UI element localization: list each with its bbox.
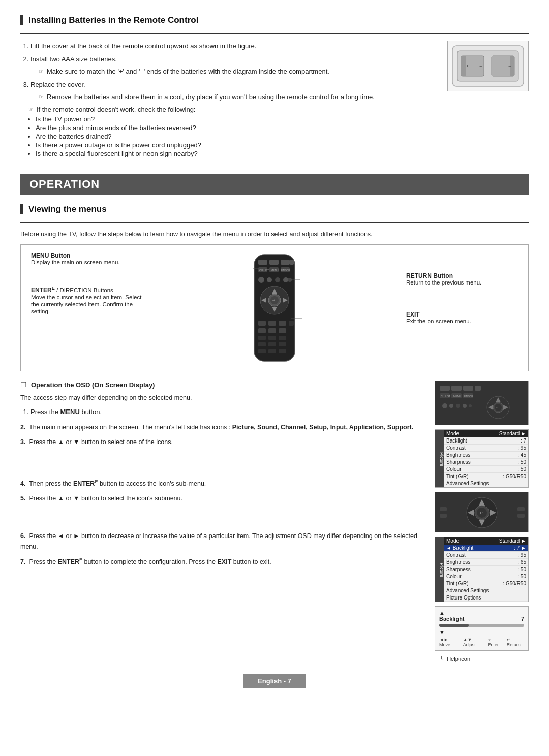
svg-text:+: + xyxy=(466,64,469,69)
svg-text:FAV.CH: FAV.CH xyxy=(464,395,473,398)
section-bar-2 xyxy=(20,204,23,214)
svg-text:↵: ↵ xyxy=(496,406,499,410)
svg-point-66 xyxy=(456,404,460,408)
osd-step-5: 5. Press the ▲ or ▼ button to select the… xyxy=(20,493,424,504)
menu-item-tint: Tint (G/R): G50/R50 xyxy=(444,473,528,480)
menu-item-advanced-2: Advanced Settings xyxy=(444,587,528,594)
check-item-1: Is the TV power on? xyxy=(36,115,437,123)
intro-text: Before using the TV, follow the steps be… xyxy=(20,230,529,239)
menu-col-content: Mode Standard ► Backlight: 7 Contrast: 9… xyxy=(444,430,528,487)
if-not-work-note: ☞ If the remote control doesn't work, ch… xyxy=(20,106,437,113)
osd-header: ☐ Operation the OSD (On Screen Display) xyxy=(20,381,424,389)
osd-step-2: 2. The main menu appears on the screen. … xyxy=(20,422,424,433)
osd-header-text: Operation the OSD (On Screen Display) xyxy=(31,381,155,389)
operation-header: OPERATION xyxy=(20,174,529,195)
svg-rect-88 xyxy=(517,514,525,518)
batteries-text: Lift the cover at the back of the remote… xyxy=(20,41,437,160)
osd-access-note: The access step may differ depending on … xyxy=(20,393,424,403)
step-1: Lift the cover at the back of the remote… xyxy=(30,41,437,52)
svg-point-21 xyxy=(258,277,264,283)
svg-rect-42 xyxy=(268,336,276,340)
check-item-5: Is there a special fluorescent light or … xyxy=(36,150,437,158)
remote-top-svg: CH LIST MENU FAV.CH xyxy=(437,383,527,421)
battery-svg: + − + − xyxy=(450,43,526,89)
slider-mock: ▲ Backlight 7 ▼ ◄► Move ▲▼ Adjust ↵ Ente… xyxy=(435,606,529,651)
enter-button-label: ENTERE / DIRECTION Buttons Move the curs… xyxy=(31,286,143,315)
menu-item-brightness-2: Brightness: 65 xyxy=(444,559,528,566)
svg-rect-56 xyxy=(463,386,473,391)
slider-label-row: Backlight 7 xyxy=(439,616,524,622)
svg-text:CH LIST: CH LIST xyxy=(259,269,269,272)
batteries-section: Installing Batteries in the Remote Contr… xyxy=(20,15,529,160)
menu-item-backlight: Backlight: 7 xyxy=(444,437,528,445)
section-bar xyxy=(20,15,23,25)
svg-rect-49 xyxy=(279,349,286,353)
note-icon-3: ☞ xyxy=(28,106,34,113)
diagram-center: CH LIST MENU FAV.CH xyxy=(153,252,396,364)
svg-rect-35 xyxy=(268,321,276,326)
section-divider xyxy=(20,33,529,34)
menu-header: Mode Standard ► xyxy=(444,430,528,437)
svg-point-68 xyxy=(469,404,472,407)
slider-bottom: ▼ xyxy=(439,629,524,635)
return-button-label: RETURN Button xyxy=(406,272,518,279)
help-icon-container: └ Help icon xyxy=(435,656,529,662)
osd-step-1: Press the MENU button. xyxy=(30,406,424,418)
svg-text:↵: ↵ xyxy=(480,511,483,515)
svg-rect-12 xyxy=(269,260,279,265)
svg-rect-47 xyxy=(258,349,266,353)
menu-item-advanced: Advanced Settings xyxy=(444,480,528,487)
svg-point-22 xyxy=(267,277,272,282)
diagram-left: MENU Button Display the main on-screen m… xyxy=(31,252,143,315)
exit-desc: Exit the on-screen menu. xyxy=(406,318,518,324)
menu-col-label: Picture xyxy=(435,430,444,487)
slider-track[interactable] xyxy=(439,624,524,627)
menu-button-annotation: MENU Button Display the main on-screen m… xyxy=(31,252,143,265)
svg-rect-86 xyxy=(440,514,447,518)
svg-rect-57 xyxy=(475,386,481,391)
osd-section: ☐ Operation the OSD (On Screen Display) … xyxy=(20,381,529,662)
osd-step-7: 7. Press the ENTERE button to complete t… xyxy=(20,556,424,568)
return-button-annotation: RETURN Button Return to the previous men… xyxy=(406,272,518,286)
svg-text:CH LIST: CH LIST xyxy=(441,395,450,398)
osd-steps: Press the MENU button. xyxy=(20,406,424,418)
osd-step-6: 6. Press the ◄ or ► button to decrease o… xyxy=(20,531,424,553)
batteries-section-header: Installing Batteries in the Remote Contr… xyxy=(20,15,529,25)
remote-diagram: MENU Button Display the main on-screen m… xyxy=(20,244,529,371)
osd-text: ☐ Operation the OSD (On Screen Display) … xyxy=(20,381,424,662)
svg-rect-36 xyxy=(279,321,286,326)
svg-rect-40 xyxy=(279,328,286,333)
svg-point-65 xyxy=(449,404,453,408)
menu-item-colour: Colour: 50 xyxy=(444,466,528,473)
svg-point-24 xyxy=(283,277,288,282)
check-item-4: Is there a power outage or is the power … xyxy=(36,141,437,149)
batteries-image: + − + − xyxy=(447,41,529,91)
svg-rect-38 xyxy=(258,328,266,333)
menu-item-tint-2: Tint (G/R): G50/R50 xyxy=(444,580,528,587)
svg-text:MENU: MENU xyxy=(453,395,461,398)
menu-item-backlight-sel: ◄ Backlight: 7 ► xyxy=(444,545,528,552)
svg-text:↵: ↵ xyxy=(272,299,276,302)
note-icon-2: ☞ xyxy=(39,92,44,102)
svg-rect-87 xyxy=(517,507,525,511)
screen-mock-3: ↵ xyxy=(435,492,529,532)
svg-rect-41 xyxy=(258,336,266,340)
check-item-2: Are the plus and minus ends of the batte… xyxy=(36,124,437,132)
svg-rect-53 xyxy=(437,383,527,421)
svg-text:FAV.CH: FAV.CH xyxy=(281,269,290,272)
viewing-menus-title: Viewing the menus xyxy=(28,204,107,214)
svg-rect-44 xyxy=(258,342,266,346)
menu-col-label-2: Picture xyxy=(435,537,444,602)
svg-rect-55 xyxy=(451,386,462,391)
viewing-menus-section: Viewing the menus Before using the TV, f… xyxy=(20,204,529,662)
screen-mock-1: CH LIST MENU FAV.CH xyxy=(435,381,529,425)
svg-rect-45 xyxy=(268,342,276,346)
svg-rect-43 xyxy=(279,336,286,340)
svg-point-67 xyxy=(463,404,467,408)
step-2-note: ☞ Make sure to match the '+' and '–' end… xyxy=(30,66,437,77)
step-2: Install two AAA size batteries. ☞ Make s… xyxy=(30,54,437,77)
checkbox-icon: ☐ xyxy=(20,381,27,389)
help-icon-label: Help icon xyxy=(447,656,470,662)
menu-header-2: Mode Standard ► xyxy=(444,537,528,545)
menu-item-contrast-2: Contrast: 95 xyxy=(444,552,528,559)
